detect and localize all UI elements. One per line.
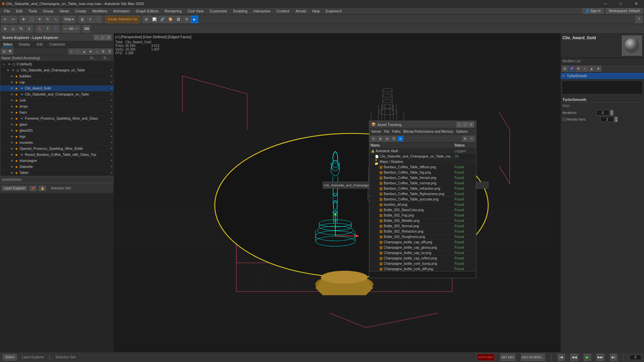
at-item-bottle-roughness[interactable]: 🖼 Bottle_002_Roughness.png Found: [369, 234, 476, 240]
render-iters-input[interactable]: [600, 117, 614, 122]
workspaces-dropdown[interactable]: Workspaces: Default: [606, 8, 643, 14]
menu-customize[interactable]: Customize: [207, 8, 230, 14]
reference-dropdown[interactable]: View ▾: [62, 16, 75, 23]
se-del-layer-button[interactable]: −: [75, 49, 81, 55]
snap-toggle-button[interactable]: ⊕: [1, 25, 9, 33]
at-settings-button[interactable]: ⚙: [462, 136, 468, 142]
tree-item-tablet[interactable]: 👁 ■ Tablet ❄: [0, 170, 113, 176]
menu-rendering[interactable]: Rendering: [162, 8, 184, 14]
select-object-button[interactable]: ✥: [20, 16, 27, 23]
at-item-champ-cap-reflect[interactable]: 🖼 Champagne_bottle_cap_reflect.png Found: [369, 256, 476, 261]
mod-configure-button[interactable]: ⚙: [562, 66, 568, 72]
render-iters-up-button[interactable]: ▲: [614, 117, 618, 119]
se-tab-display[interactable]: Display: [18, 42, 32, 47]
se-close-button[interactable]: ✕: [106, 35, 111, 40]
at-item-bamboo-refraction[interactable]: 🖼 Bamboo_Coffee_Table_refraction.png Fou…: [369, 186, 476, 191]
se-add-layer-button[interactable]: +: [68, 49, 74, 55]
render-iters-checkbox[interactable]: [562, 118, 566, 121]
tree-item-cap[interactable]: 👁 ■ cap ❄: [0, 79, 113, 85]
tree-item-legs[interactable]: 👁 ■ legs ❄: [0, 134, 113, 140]
array-button[interactable]: ::: [95, 16, 102, 23]
move-button[interactable]: ✛: [36, 16, 43, 23]
at-close-button[interactable]: ✕: [469, 122, 474, 127]
se-up-button[interactable]: ▲: [81, 49, 87, 55]
lock-button[interactable]: 🔒: [39, 186, 46, 191]
at-item-main-file[interactable]: 📄 Clio_Statuette_and_Champagne_on_Table_…: [369, 154, 476, 159]
viewport[interactable]: [+] [Perspective] [User Defined] [Edged …: [114, 34, 560, 352]
mod-move-down-button[interactable]: ▼: [595, 66, 601, 72]
menu-interactive[interactable]: Interactive: [251, 8, 273, 14]
at-item-bottle-refraction[interactable]: 🖼 Bottle_002_Refraction.png Found: [369, 229, 476, 234]
at-collapse-all-button[interactable]: ⊟: [384, 136, 390, 142]
tree-item-muselets[interactable]: 👁 ■ muselets ❄: [0, 140, 113, 146]
at-minimize-button[interactable]: ─: [457, 122, 462, 127]
se-maximize-button[interactable]: □: [100, 35, 105, 40]
at-menu-paths[interactable]: Paths: [392, 130, 401, 133]
se-sort-button[interactable]: ⇅: [100, 49, 106, 55]
at-menu-server[interactable]: Server: [371, 130, 381, 133]
mod-move-up-button[interactable]: ▲: [589, 66, 595, 72]
angle-snap-button[interactable]: ∠: [9, 25, 17, 33]
iterations-input[interactable]: [596, 110, 609, 115]
status-select-button[interactable]: Select: [3, 354, 17, 361]
mirror-button[interactable]: ⧎: [78, 16, 86, 23]
mod-show-end-result[interactable]: 👁: [575, 66, 581, 72]
menu-modifiers[interactable]: Modifiers: [90, 8, 110, 14]
at-item-bottle-fog[interactable]: 🖼 Bottle_002_Fog.png Found: [369, 213, 476, 218]
prev-frame-button[interactable]: |◀: [557, 354, 565, 361]
at-item-boobles-dif[interactable]: 🖼 boobles_dif.png Found: [369, 202, 476, 207]
render-frame-button[interactable]: ▶: [191, 16, 198, 23]
at-menu-file[interactable]: File: [384, 130, 389, 133]
minimize-button[interactable]: ─: [598, 0, 613, 7]
tree-item-shampagne[interactable]: 👁 ■ shampagne ❄: [0, 158, 113, 164]
menu-edit[interactable]: Edit: [13, 8, 25, 14]
material-editor-button[interactable]: 🎨: [167, 16, 174, 23]
at-list-view-button[interactable]: ☰: [391, 136, 397, 142]
at-refresh-button[interactable]: ↻: [371, 136, 377, 142]
se-collapse-button[interactable]: ↕: [94, 49, 100, 55]
schematic-view-button[interactable]: 🔗: [159, 16, 166, 23]
at-item-bamboo-fog[interactable]: 🖼 Bamboo_Coffee_Table_fog.png Found: [369, 170, 476, 175]
spinner-snap-button[interactable]: ⇕: [25, 25, 33, 33]
se-tab-edit[interactable]: Edit: [36, 42, 44, 47]
frame-input[interactable]: [630, 355, 641, 360]
keyfilter-button[interactable]: KEY FILTERS...: [521, 354, 545, 361]
at-item-bamboo-rgloss[interactable]: 🖼 Bamboo_Coffee_Table_Rglossiness.png Fo…: [369, 191, 476, 197]
at-menu-bitmap-perf[interactable]: Bitmap Performance and Memory: [403, 130, 453, 133]
next-key-button[interactable]: ▶▶: [596, 354, 604, 361]
at-item-champ-cap-glossy[interactable]: 🖼 Champagne_bottle_cap_glossy.png Found: [369, 245, 476, 250]
at-item-bottle-metallic[interactable]: 🖼 Bottle_002_Metallic.png Found: [369, 218, 476, 224]
tree-item-clio-scene[interactable]: ▼ 👁 ◫ Clio_Statuette_and_Champagne_on_Ta…: [0, 67, 113, 73]
asset-tracking-titlebar[interactable]: 📦 Asset Tracking ─ □ ✕: [369, 121, 476, 128]
layer-manager-button[interactable]: ⊞: [143, 16, 150, 23]
menu-content[interactable]: Content: [274, 8, 292, 14]
se-tab-customize[interactable]: Customize: [48, 42, 66, 47]
at-item-maps-folder[interactable]: ▼📁 Maps / Shaders: [369, 159, 476, 165]
redo-button[interactable]: ↪: [9, 16, 17, 23]
tree-item-bubbles[interactable]: 👁 ■ bubbles ❄: [0, 73, 113, 79]
menu-group[interactable]: Group: [40, 8, 56, 14]
at-expand-all-button[interactable]: ⊞: [377, 136, 383, 142]
mod-delete-button[interactable]: ✕: [582, 66, 588, 72]
tree-item-0default[interactable]: ▷ 👁 ◫ 0 (default): [0, 61, 113, 67]
iterations-up-button[interactable]: ▲: [610, 110, 613, 113]
at-item-bamboo-normal[interactable]: 🖼 Bamboo_Coffee_Table_normal.png Found: [369, 181, 476, 186]
at-item-champ-cork-bump[interactable]: 🖼 Champagne_bottle_cork_bump.png Found: [369, 261, 476, 266]
z-constraint-button[interactable]: Z: [52, 25, 59, 33]
play-button[interactable]: ▶: [584, 354, 591, 361]
at-maximize-button[interactable]: □: [463, 122, 468, 127]
undo-button[interactable]: ↩: [1, 16, 9, 23]
mod-pin-button[interactable]: 📌: [569, 66, 575, 72]
keyboard-shortcut-btn[interactable]: ⌨: [83, 25, 90, 33]
sign-in-button[interactable]: 👤 Sign In: [582, 8, 604, 14]
at-help-button[interactable]: ?: [469, 136, 475, 142]
tree-item-drops[interactable]: 👁 ■ drops ❄: [0, 104, 113, 110]
at-item-bottle-normal[interactable]: 🖼 Bottle_002_Normal.png Found: [369, 224, 476, 229]
iterations-down-button[interactable]: ▼: [610, 113, 613, 115]
set-key-button[interactable]: SET KEY: [500, 354, 516, 361]
menu-help[interactable]: Help: [310, 8, 323, 14]
close-button[interactable]: ✕: [629, 0, 644, 7]
percent-snap-button[interactable]: %: [17, 25, 25, 33]
tree-item-round-bamboo[interactable]: 👁 ■ M Round_Bamboo_Coffee_Table_with_Gla…: [0, 152, 113, 158]
auto-key-button[interactable]: AUTO KEY: [477, 354, 495, 361]
